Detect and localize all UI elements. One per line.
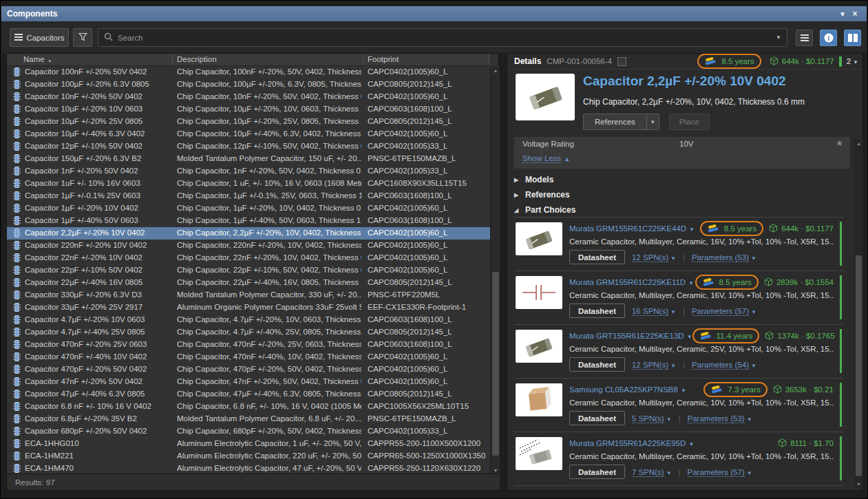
parameters-link[interactable]: Parameters (53)▼ [692,253,756,262]
table-row[interactable]: Capacitor 22pF +/-10% 50V 0402Chip Capac… [7,264,490,277]
column-header-footprint[interactable]: Footprint [368,55,399,63]
table-row[interactable]: Capacitor 47nF +/-20% 50V 0402Chip Capac… [7,376,490,388]
column-header-name[interactable]: Name▲ [23,55,52,63]
spn-link[interactable]: 5 SPN(s)▼ [632,414,672,423]
spn-link[interactable]: 16 SPN(s)▼ [632,307,676,315]
table-row[interactable]: Capacitor 10µF +/-40% 6.3V 0402Chip Capa… [7,128,490,140]
place-button[interactable]: Place [669,114,710,130]
category-button[interactable]: Capacitors [10,28,69,47]
favorite-star-icon[interactable]: ★ [836,138,843,148]
cell-description: Chip Capacitor, 47µF +/-40%, 6.3V, 0805,… [177,390,361,398]
cell-description: Chip Capacitor, 47nF +/-20%, 50V, 0402, … [177,377,361,385]
parameters-link[interactable]: Parameters (53)▼ [688,414,752,423]
filter-button[interactable] [73,28,92,47]
table-row[interactable]: Capacitor 1µF +/-20% 10V 0402Chip Capaci… [7,202,490,215]
component-icon [13,352,21,363]
table-row[interactable]: Capacitor 680pF +/-20% 50V 0402Chip Capa… [7,425,490,438]
part-title: Capacitor 2,2µF +/-20% 10V 0402 [583,74,786,89]
show-less-link[interactable]: Show Less▲ [522,154,570,162]
cell-footprint: CAPPR55-250-1120X630X1220 [368,464,489,472]
datasheet-button[interactable]: Datasheet [569,411,625,425]
cell-name: Capacitor 220nF +/-20% 10V 0402 [25,241,170,249]
section-references[interactable]: ▶References [514,187,850,202]
table-row[interactable]: Capacitor 12pF +/-10% 50V 0402Chip Capac… [7,140,490,153]
details-scrollbar[interactable]: ▲ ▼ [854,139,863,489]
part-thumbnail [516,437,562,470]
cell-name: Capacitor 47nF +/-20% 50V 0402 [25,377,170,385]
table-row[interactable]: Capacitor 6.8µF +/-20% 35V B2Molded Tant… [7,413,490,425]
scroll-down-icon[interactable]: ▼ [854,480,863,489]
part-choice-description: Ceramic Capacitor, Multilayer, Ceramic, … [569,399,834,407]
grid-options-button[interactable] [796,30,813,46]
table-row[interactable]: Capacitor 10nF +/-20% 50V 0402Chip Capac… [7,91,490,103]
search-dropdown-icon[interactable]: ▼ [776,34,781,41]
section-models[interactable]: ▶Models [514,172,850,187]
scrollbar-thumb[interactable] [492,272,499,456]
references-button[interactable]: References ▼ [583,114,659,130]
panels-toggle-button[interactable] [844,30,861,46]
cell-name: Capacitor 10µF +/-20% 10V 0603 [25,105,170,113]
datasheet-button[interactable]: Datasheet [569,250,625,264]
table-row[interactable]: Capacitor 150µF +/-20% 6.3V B2Molded Tan… [7,153,490,165]
close-icon[interactable]: × [849,9,861,19]
table-row[interactable]: ECA-1HM221Aluminum Electrolytic Capacito… [7,450,490,463]
spn-link[interactable]: 12 SPN(s)▼ [632,361,676,369]
table-row[interactable]: Capacitor 1nF +/-20% 50V 0402Chip Capaci… [7,165,490,178]
search-input[interactable] [118,34,771,42]
collapse-icon: ▲ [564,156,570,162]
section-part-choices[interactable]: ◢Part Choices [514,202,850,217]
cell-name: ECA-1HM470 [25,464,170,472]
part-number-link[interactable]: Murata GRT155R61E225KE13D▼ [569,332,692,340]
scrollbar-thumb[interactable] [856,255,862,476]
table-row[interactable]: Capacitor 220nF +/-20% 10V 0402Chip Capa… [7,240,490,252]
spn-link[interactable]: 12 SPN(s)▼ [632,253,676,262]
table-row[interactable]: Capacitor 470pF +/-20% 50V 0402Chip Capa… [7,363,490,376]
table-row[interactable]: Capacitor 2,2µF +/-20% 10V 0402Chip Capa… [7,227,490,240]
datasheet-button[interactable]: Datasheet [569,465,625,479]
part-choice-item: Murata GRM155R61A225KE95D▼ 8111 · $1.70 [514,432,843,486]
table-row[interactable]: Capacitor 22µF +/-40% 16V 0805Chip Capac… [7,277,490,289]
cell-name: Capacitor 6.8µF +/-20% 35V B2 [25,414,170,423]
table-row[interactable]: Capacitor 33µF +/-20% 25V 2917Aluminum O… [7,301,490,314]
table-row[interactable]: Capacitor 1µF +/-0.1% 25V 0603Chip Capac… [7,190,490,202]
table-row[interactable]: Capacitor 1uF +/- 10% 16V 0603Chip Capac… [7,178,490,190]
details-toggle-button[interactable]: i [820,30,837,46]
part-number-link[interactable]: Murata GRM155R61C225KE44D▼ [569,224,695,233]
table-scrollbar[interactable]: ▲ ▼ [490,66,500,475]
table-row[interactable]: Capacitor 100µF +/-20% 6.3V 0805Chip Cap… [7,78,490,91]
part-number-link[interactable]: Samsung CL05A225KP7NSB8▼ [569,385,686,394]
table-row[interactable]: Capacitor 47µF +/-40% 6.3V 0805Chip Capa… [7,388,490,401]
parameters-link[interactable]: Parameters (57)▼ [688,468,752,476]
results-count: Results: 97 [15,478,55,487]
search-box[interactable]: ▼ [98,28,787,47]
cell-description: Molded Tantalum Polymer Capacitor, 330 u… [177,290,361,299]
table-row[interactable]: Capacitor 6.8 nF +/- 10% 16 V 0402Chip C… [7,401,490,413]
datasheet-button[interactable]: Datasheet [569,357,625,372]
table-row[interactable]: Capacitor 470nF +/-40% 10V 0402Chip Capa… [7,351,490,363]
component-icon [13,204,21,214]
table-row[interactable]: Capacitor 1µF +/-40% 50V 0603Chip Capaci… [7,215,490,227]
part-number-link[interactable]: Murata GRM155R61A225KE95D▼ [569,439,694,447]
choices-count-dropdown[interactable]: 2▼ [847,57,858,65]
component-checkbox[interactable] [617,57,626,66]
table-row[interactable]: Capacitor 10µF +/-20% 10V 0603Chip Capac… [7,103,490,116]
spn-link[interactable]: 7 SPN(s)▼ [632,468,672,476]
table-row[interactable]: Capacitor 10µF +/-20% 25V 0805Chip Capac… [7,116,490,128]
references-dropdown-icon[interactable]: ▼ [646,114,659,129]
table-row[interactable]: Capacitor 100nF +/-20% 50V 0402Chip Capa… [7,66,490,78]
panel-menu-icon[interactable]: ▼ [836,10,849,18]
part-number-link[interactable]: Murata GRM155R61C225KE11D▼ [569,278,694,286]
scroll-up-icon[interactable]: ▲ [854,139,863,148]
table-row[interactable]: Capacitor 22nF +/-20% 10V 0402Chip Capac… [7,252,490,264]
table-row[interactable]: Capacitor 4.7µF +/-40% 25V 0805Chip Capa… [7,326,490,339]
column-header-description[interactable]: Description [177,55,217,63]
table-row[interactable]: Capacitor 470nF +/-20% 25V 0603Chip Capa… [7,339,490,351]
parameters-link[interactable]: Parameters (54)▼ [692,361,756,369]
table-row[interactable]: ECA-1HHG010Aluminum Electrolytic Capacit… [7,438,490,450]
scroll-up-icon[interactable]: ▲ [491,66,500,75]
cell-description: Chip Capacitor, 470nF +/-40%, 10V, 0402,… [177,352,361,361]
table-row[interactable]: Capacitor 330µF +/-20% 6.3V D3Molded Tan… [7,289,490,301]
datasheet-button[interactable]: Datasheet [569,304,625,318]
parameters-link[interactable]: Parameters (57)▼ [692,307,756,315]
table-row[interactable]: Capacitor 4.7µF +/-20% 10V 0603Chip Capa… [7,314,490,326]
